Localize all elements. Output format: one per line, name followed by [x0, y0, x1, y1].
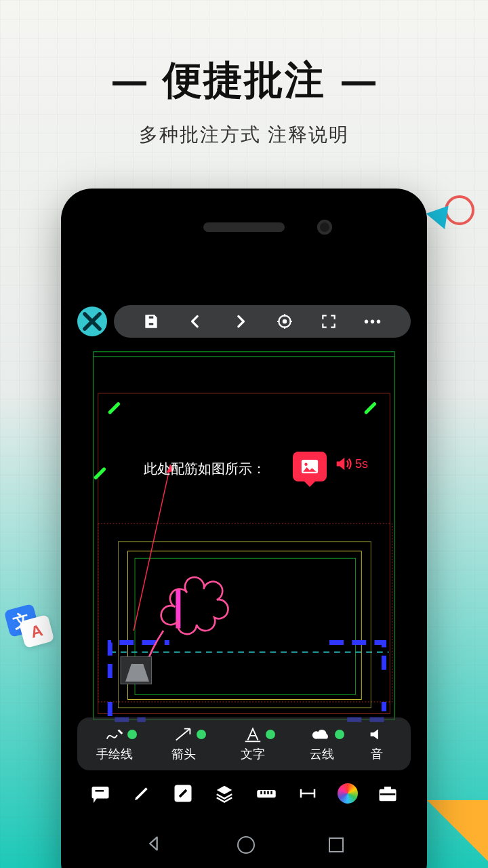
layers-button[interactable]	[213, 782, 236, 805]
promo-subtitle: 多种批注方式 注释说明	[0, 122, 488, 148]
comment-button[interactable]	[89, 782, 112, 805]
dimension-icon	[298, 783, 318, 804]
svg-rect-11	[119, 542, 371, 708]
promo-title: 便捷批注	[0, 54, 488, 107]
badge-dot	[266, 730, 275, 739]
cad-canvas[interactable]: 此处配筋如图所示： 5s	[70, 346, 418, 726]
app-screen: •••	[70, 251, 418, 868]
cad-drawing	[70, 346, 418, 726]
phone-frame: •••	[61, 189, 427, 868]
badge-dot	[335, 730, 344, 739]
freehand-icon	[104, 726, 125, 743]
tool-label: 云线	[310, 746, 334, 762]
edit-square-icon	[173, 783, 193, 804]
cloud-icon	[312, 726, 332, 743]
tool-label: 文字	[241, 746, 265, 762]
promo-header: 便捷批注 多种批注方式 注释说明	[0, 0, 488, 148]
nav-home[interactable]	[237, 836, 255, 854]
sound-duration: 5s	[355, 457, 368, 471]
svg-line-16	[134, 465, 170, 631]
redo-button[interactable]	[229, 311, 251, 332]
tool-label: 箭头	[171, 746, 196, 762]
redo-icon	[231, 313, 249, 330]
badge-dot	[127, 730, 137, 739]
top-controls: •••	[77, 305, 411, 338]
dimension-button[interactable]	[296, 782, 319, 805]
tool-cloud[interactable]: 云线	[287, 726, 357, 762]
annotation-text[interactable]: 此处配筋如图所示：	[144, 460, 266, 478]
phone-camera	[317, 220, 332, 235]
target-icon	[276, 313, 293, 330]
svg-rect-1	[148, 322, 155, 326]
text-icon	[243, 726, 263, 743]
svg-point-3	[283, 320, 286, 323]
color-button[interactable]	[338, 783, 358, 804]
undo-button[interactable]	[185, 311, 207, 332]
annotation-sound[interactable]: 5s	[333, 454, 368, 473]
tool-freehand[interactable]: 手绘线	[80, 726, 149, 762]
save-button[interactable]	[140, 311, 162, 332]
comment-icon	[90, 783, 110, 804]
pencil-icon	[131, 783, 152, 804]
toolbox-button[interactable]	[376, 782, 399, 805]
phone-speaker	[203, 222, 285, 232]
more-button[interactable]: •••	[363, 311, 384, 332]
pencil-button[interactable]	[130, 782, 153, 805]
arrow-icon	[174, 726, 194, 743]
svg-point-20	[304, 463, 307, 466]
tool-text[interactable]: 文字	[218, 726, 287, 762]
bottom-toolbar	[70, 773, 418, 814]
annotation-toolbar: 手绘线 箭头 文字 云线	[77, 717, 411, 770]
fullscreen-button[interactable]	[318, 311, 340, 332]
annotation-image-badge[interactable]	[293, 452, 327, 481]
speaker-icon	[333, 454, 352, 473]
android-navbar	[70, 826, 418, 864]
ruler-icon	[256, 783, 277, 804]
tool-arrow[interactable]: 箭头	[149, 726, 218, 762]
nav-recent[interactable]	[329, 837, 344, 852]
layers-icon	[214, 783, 235, 804]
svg-line-8	[366, 404, 374, 412]
save-icon	[142, 313, 160, 330]
zoom-button[interactable]	[274, 311, 296, 332]
undo-icon	[187, 313, 205, 330]
top-toolbar: •••	[114, 305, 411, 338]
image-icon	[300, 459, 319, 474]
badge-dot	[197, 730, 206, 739]
svg-line-7	[110, 404, 118, 412]
ruler-button[interactable]	[255, 782, 278, 805]
svg-rect-13	[135, 558, 356, 694]
svg-rect-22	[93, 787, 108, 797]
close-icon	[77, 307, 107, 336]
edit-button[interactable]	[171, 782, 195, 805]
more-icon: •••	[364, 314, 382, 330]
audio-icon	[367, 726, 387, 743]
svg-rect-0	[148, 315, 155, 319]
back-icon	[144, 834, 163, 853]
close-button[interactable]	[77, 307, 107, 336]
svg-rect-12	[128, 551, 362, 700]
fullscreen-icon	[320, 313, 338, 330]
tool-label: 音	[371, 746, 383, 762]
nav-back[interactable]	[144, 834, 163, 856]
tool-label: 手绘线	[96, 746, 133, 762]
svg-rect-34	[385, 787, 390, 790]
tool-audio[interactable]: 音	[357, 726, 397, 762]
svg-line-9	[96, 469, 104, 477]
briefcase-icon	[378, 783, 398, 804]
